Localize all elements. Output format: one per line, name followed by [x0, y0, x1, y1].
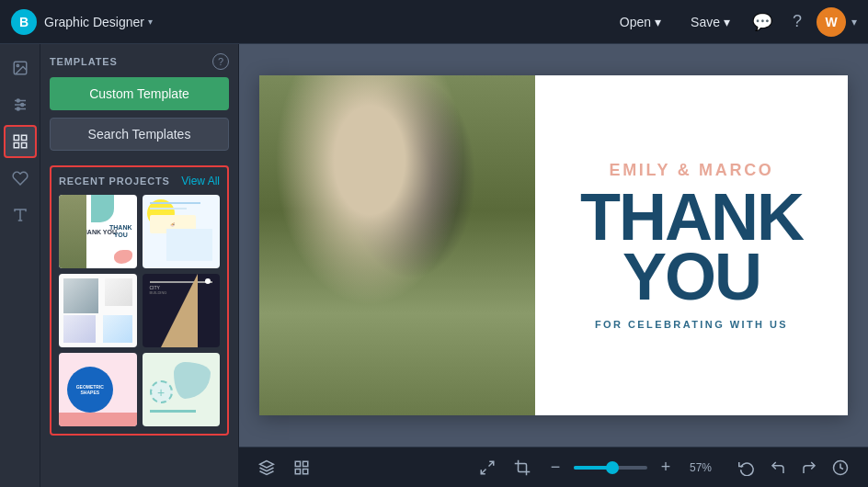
zoom-slider[interactable]: [574, 466, 647, 470]
svg-point-1: [17, 64, 18, 66]
brand-chevron: ▾: [148, 17, 153, 27]
svg-point-7: [17, 108, 19, 110]
topbar-actions: Open ▾ Save ▾ 💬 ? W ▾: [607, 6, 857, 38]
template-thumb-4[interactable]: CITY BUILDING: [143, 274, 221, 347]
sidebar-item-templates[interactable]: [4, 125, 37, 158]
svg-line-19: [489, 461, 494, 466]
brand-menu[interactable]: Graphic Designer ▾: [44, 15, 153, 29]
canvas-photo: [259, 75, 535, 415]
topbar: B Graphic Designer ▾ Open ▾ Save ▾ 💬 ? W…: [0, 0, 868, 44]
svg-rect-9: [21, 135, 26, 140]
panel-header: TEMPLATES ?: [50, 53, 229, 70]
templates-grid: THANKYOU 🍜: [59, 195, 220, 426]
recent-section: RECENT PROJECTS View All THANKYOU 🍜: [50, 165, 229, 436]
svg-rect-16: [303, 461, 308, 466]
zoom-controls: − + 57%: [544, 457, 717, 479]
svg-point-5: [17, 99, 19, 102]
canvas-headline: THANK YOU: [580, 187, 803, 307]
sidebar-item-text[interactable]: [4, 198, 37, 232]
template-thumb-2[interactable]: 🍜: [143, 195, 221, 268]
main-area: TEMPLATES ? Custom Template Search Templ…: [0, 44, 868, 487]
zoom-slider-thumb: [606, 461, 619, 474]
custom-template-button[interactable]: Custom Template: [50, 77, 229, 110]
view-all-link[interactable]: View All: [181, 175, 220, 187]
canvas-container[interactable]: EMILY & MARCO THANK YOU FOR CELEBRATING …: [239, 44, 868, 447]
canvas[interactable]: EMILY & MARCO THANK YOU FOR CELEBRATING …: [259, 75, 848, 415]
avatar-chevron[interactable]: ▾: [851, 16, 857, 28]
redo-icon-button[interactable]: [796, 455, 822, 481]
grid-icon-button[interactable]: [289, 455, 314, 481]
thumb-6-plus: +: [157, 385, 165, 400]
svg-point-6: [20, 104, 23, 107]
template-thumb-5[interactable]: GEOMETRICSHAPES: [59, 353, 137, 426]
avatar[interactable]: W: [817, 7, 846, 37]
thumb-1-text: THANKYOU: [109, 224, 132, 240]
thumb-5-text: GEOMETRICSHAPES: [76, 384, 104, 395]
sidebar-item-image[interactable]: [4, 51, 37, 85]
help-icon-button[interactable]: ?: [782, 6, 813, 38]
svg-rect-18: [303, 469, 308, 473]
chat-icon-button[interactable]: 💬: [747, 6, 778, 38]
reset-icon-button[interactable]: [734, 455, 760, 481]
recent-header: RECENT PROJECTS View All: [59, 175, 220, 187]
sidebar-item-favorites[interactable]: [4, 162, 37, 195]
panel-title: TEMPLATES: [50, 56, 118, 67]
svg-rect-10: [14, 143, 18, 148]
icon-sidebar: [0, 44, 40, 487]
svg-rect-15: [295, 461, 300, 466]
zoom-in-button[interactable]: +: [655, 457, 677, 479]
save-button[interactable]: Save ▾: [678, 9, 743, 35]
canvas-names: EMILY & MARCO: [609, 161, 773, 180]
svg-marker-14: [260, 460, 274, 468]
panel-help-button[interactable]: ?: [212, 53, 229, 70]
search-templates-button[interactable]: Search Templates: [50, 118, 229, 151]
svg-rect-17: [295, 469, 300, 473]
history-icon-button[interactable]: [828, 455, 853, 481]
undo-icon-button[interactable]: [765, 455, 791, 481]
svg-rect-11: [21, 143, 26, 148]
template-thumb-6[interactable]: +: [143, 353, 221, 426]
toolbar-right-icons: [734, 455, 853, 481]
template-thumb-3[interactable]: [59, 274, 137, 347]
zoom-label: 57%: [684, 461, 717, 474]
recent-title: RECENT PROJECTS: [59, 176, 170, 187]
open-button[interactable]: Open ▾: [607, 9, 674, 35]
layers-icon-button[interactable]: [254, 455, 280, 481]
zoom-out-button[interactable]: −: [544, 457, 566, 479]
template-thumb-1[interactable]: THANKYOU: [59, 195, 137, 268]
canvas-photo-couple: [259, 75, 535, 415]
app-logo: B: [11, 9, 37, 35]
svg-rect-8: [14, 135, 18, 140]
resize-icon-button[interactable]: [474, 455, 500, 481]
canvas-text-area: EMILY & MARCO THANK YOU FOR CELEBRATING …: [535, 75, 848, 415]
templates-panel: TEMPLATES ? Custom Template Search Templ…: [40, 44, 239, 487]
canvas-subtext: FOR CELEBRATING WITH US: [595, 319, 788, 330]
crop-icon-button[interactable]: [509, 455, 535, 481]
bottom-toolbar: − + 57%: [239, 447, 868, 487]
canvas-area: EMILY & MARCO THANK YOU FOR CELEBRATING …: [239, 44, 868, 487]
svg-line-20: [481, 469, 485, 473]
sidebar-item-adjust[interactable]: [4, 88, 37, 121]
